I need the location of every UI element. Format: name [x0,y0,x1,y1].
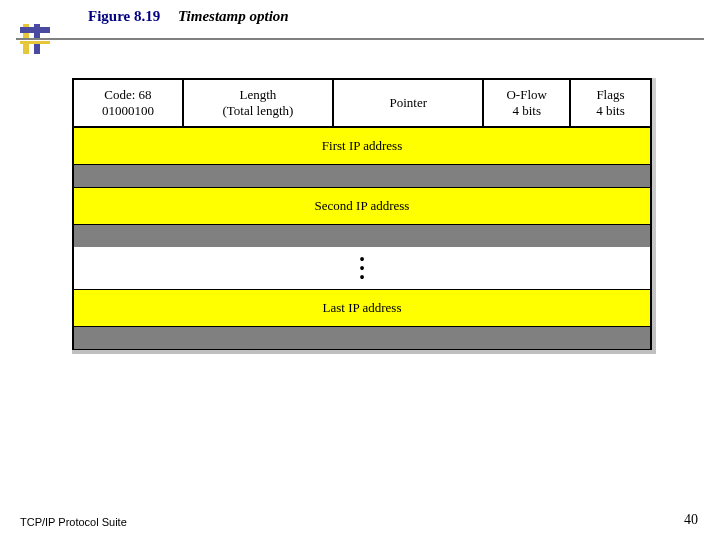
field-oflow-bits: 4 bits [512,103,541,119]
field-oflow-label: O-Flow [506,87,546,103]
field-flags-bits: 4 bits [596,103,625,119]
second-ip-row: Second IP address [73,187,651,225]
last-ip-label: Last IP address [73,289,651,327]
field-pointer: Pointer [333,79,483,127]
field-code-binary: 01000100 [102,103,154,119]
first-timestamp-slot [73,165,651,187]
second-ip-label: Second IP address [73,187,651,225]
figure-title: Figure 8.19 Timestamp option [88,8,289,25]
field-length: Length (Total length) [183,79,333,127]
field-length-sub: (Total length) [222,103,293,119]
footer-source: TCP/IP Protocol Suite [20,516,127,528]
figure-caption: Timestamp option [178,8,289,24]
ellipsis-row: ••• [73,247,651,289]
page-number: 40 [684,512,698,528]
field-pointer-label: Pointer [389,95,427,111]
timestamp-option-diagram: Code: 68 01000100 Length (Total length) … [72,78,656,354]
field-flags-label: Flags [596,87,624,103]
second-timestamp-slot [73,225,651,247]
field-oflow: O-Flow 4 bits [483,79,570,127]
first-ip-row: First IP address [73,127,651,165]
field-length-label: Length [240,87,277,103]
field-flags: Flags 4 bits [570,79,651,127]
first-ip-label: First IP address [73,127,651,165]
field-code: Code: 68 01000100 [73,79,183,127]
header-divider [16,38,704,40]
vertical-ellipsis-icon: ••• [359,255,365,282]
field-code-value: Code: 68 [104,87,151,103]
option-header-row: Code: 68 01000100 Length (Total length) … [73,79,651,127]
figure-number: Figure 8.19 [88,8,160,24]
last-timestamp-slot [73,327,651,349]
last-ip-row: Last IP address [73,289,651,327]
